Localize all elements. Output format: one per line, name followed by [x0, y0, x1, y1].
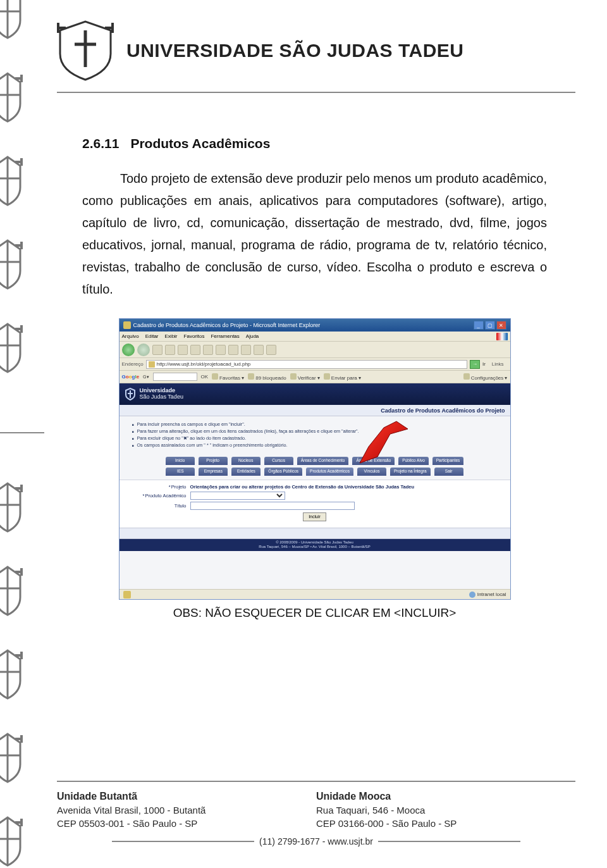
menu-item[interactable]: Favoritos — [184, 333, 205, 339]
section-heading: 2.6.11Produtos Acadêmicos — [82, 136, 547, 151]
incluir-button[interactable] — [303, 512, 326, 521]
tab-vinculos[interactable]: Vínculos — [357, 468, 386, 476]
tab-empresas[interactable]: Empresas — [199, 468, 228, 476]
input-titulo[interactable] — [190, 502, 355, 510]
page-title: UNIVERSIDADE SÃO JUDAS TADEU — [126, 40, 464, 61]
home-icon[interactable] — [178, 345, 188, 355]
address-url: http://www.usjt.br/old/projetoacad_iud.p… — [157, 361, 251, 367]
label-titulo: Título — [127, 503, 190, 509]
footer-line: CEP 03166-000 - São Paulo - SP — [316, 817, 575, 830]
address-input[interactable]: http://www.usjt.br/old/projetoacad_iud.p… — [146, 360, 467, 369]
instruction-item: Para fazer uma alteração, clique em um d… — [132, 428, 501, 434]
toolbar — [120, 342, 510, 358]
left-rail — [0, 0, 44, 868]
section-title: Produtos Acadêmicos — [130, 136, 270, 151]
shield-icon — [0, 71, 23, 123]
tab-publico-alvo[interactable]: Público Alvo — [398, 457, 428, 465]
menu-item[interactable]: Editar — [145, 333, 159, 339]
header-rule — [57, 92, 575, 93]
mail-icon[interactable] — [228, 345, 238, 355]
toolbar-icon[interactable] — [266, 345, 276, 355]
footer-col-mooca: Unidade Mooca Rua Taquari, 546 - Mooca C… — [316, 790, 575, 830]
site-footer-line1: © 2008/2009 - Universidade São Judas Tad… — [120, 540, 510, 545]
tab-ies[interactable]: IES — [166, 468, 195, 476]
forward-button[interactable] — [137, 344, 150, 356]
screenshot-note: OBS: NÃO ESQUECER DE CLICAR EM <INCLUIR> — [82, 606, 547, 620]
tab-produtos-academicos[interactable]: Produtos Acadêmicos — [306, 468, 353, 476]
address-label: Endereço — [122, 361, 144, 367]
page-footer: Unidade Butantã Avenida Vital Brasil, 10… — [57, 781, 575, 846]
star-icon — [212, 373, 218, 380]
window-titlebar: Cadastro de Produtos Acadêmicos do Proje… — [120, 319, 510, 332]
university-logo — [57, 19, 114, 82]
search-icon[interactable] — [190, 345, 200, 355]
go-button[interactable]: → — [470, 360, 480, 369]
print-icon[interactable] — [241, 345, 251, 355]
tab-participantes[interactable]: Participantes — [432, 457, 464, 465]
favorites-icon[interactable] — [203, 345, 213, 355]
shield-icon — [0, 238, 23, 290]
send-icon — [324, 373, 330, 380]
tab-areas-extensao[interactable]: Áreas de Extensão — [352, 457, 395, 465]
university-shield-icon — [125, 388, 136, 400]
tab-projeto[interactable]: Projeto — [199, 457, 228, 465]
menu-item[interactable]: Arquivo — [122, 333, 139, 339]
stop-icon[interactable] — [152, 345, 162, 355]
menu-item[interactable]: Ajuda — [246, 333, 259, 339]
ie-page-icon — [123, 591, 131, 598]
back-button[interactable] — [122, 344, 135, 356]
shield-icon — [0, 564, 23, 616]
tab-inicio[interactable]: Início — [166, 457, 195, 465]
site-footer-line2: Rua Taquari, 546 – Mooca/SP • Av. Vital … — [120, 545, 510, 549]
shield-icon — [0, 815, 23, 867]
minimize-button[interactable]: _ — [474, 321, 484, 330]
footer-col-butanta: Unidade Butantã Avenida Vital Brasil, 10… — [57, 790, 316, 830]
ie-page-icon — [123, 321, 131, 329]
select-produto-academico[interactable] — [190, 492, 285, 500]
label-projeto: Projeto — [127, 484, 190, 490]
menubar: Arquivo Editar Exibir Favoritos Ferramen… — [120, 332, 510, 342]
refresh-icon[interactable] — [165, 345, 175, 355]
status-bar: Intranet local — [120, 589, 510, 599]
tab-nucleos[interactable]: Núcleos — [231, 457, 261, 465]
tab-sair[interactable]: Sair — [434, 468, 463, 476]
shield-icon — [0, 481, 23, 533]
footer-line: Avenida Vital Brasil, 1000 - Butantã — [57, 803, 316, 817]
google-ok[interactable]: OK — [201, 374, 209, 380]
tab-areas-conhecimento[interactable]: Áreas de Conhecimento — [297, 457, 349, 465]
footer-line: Rua Taquari, 546 - Mooca — [316, 803, 575, 817]
footer-heading: Unidade Mooca — [316, 790, 575, 803]
check-icon — [290, 373, 297, 380]
maximize-button[interactable]: ▢ — [485, 321, 495, 330]
tab-projeto-integra[interactable]: Projeto na Íntegra — [390, 468, 431, 476]
window-title: Cadastro de Produtos Acadêmicos do Proje… — [133, 322, 321, 328]
menu-item[interactable]: Ferramentas — [211, 333, 239, 339]
toolbar-icon[interactable] — [254, 345, 264, 355]
windows-flag-icon — [496, 333, 508, 340]
site-name-line2: São Judas Tadeu — [140, 394, 183, 400]
links-label[interactable]: Links — [488, 361, 508, 367]
tab-orgaos-publicos[interactable]: Órgãos Públicos — [264, 468, 302, 476]
tab-strip: Início Projeto Núcleos Cursos Áreas de C… — [120, 453, 510, 480]
menu-item[interactable]: Exibir — [165, 333, 178, 339]
google-logo: Google — [122, 374, 140, 380]
google-search-input[interactable] — [153, 373, 197, 381]
instruction-item: Para excluir clique no "✖" ao lado do it… — [132, 435, 501, 441]
shield-icon — [0, 731, 23, 783]
footer-contact: (11) 2799-1677 - www.usjt.br — [259, 836, 373, 846]
shield-icon — [0, 648, 23, 700]
page-header: UNIVERSIDADE SÃO JUDAS TADEU — [57, 19, 575, 82]
close-button[interactable]: ✕ — [496, 321, 506, 330]
history-icon[interactable] — [216, 345, 226, 355]
gear-icon — [463, 373, 470, 380]
block-icon — [248, 373, 254, 380]
section-number: 2.6.11 — [82, 136, 119, 151]
page-icon — [149, 361, 155, 368]
site-header: Universidade São Judas Tadeu — [120, 383, 510, 405]
tab-cursos[interactable]: Cursos — [264, 457, 293, 465]
value-projeto: Orientações para criar ou alterar projet… — [190, 484, 503, 490]
form-area: Projeto Orientações para criar ou altera… — [120, 480, 510, 528]
shield-icon — [0, 0, 23, 39]
tab-entidades[interactable]: Entidades — [231, 468, 261, 476]
embedded-screenshot: Cadastro de Produtos Acadêmicos do Proje… — [119, 318, 511, 600]
